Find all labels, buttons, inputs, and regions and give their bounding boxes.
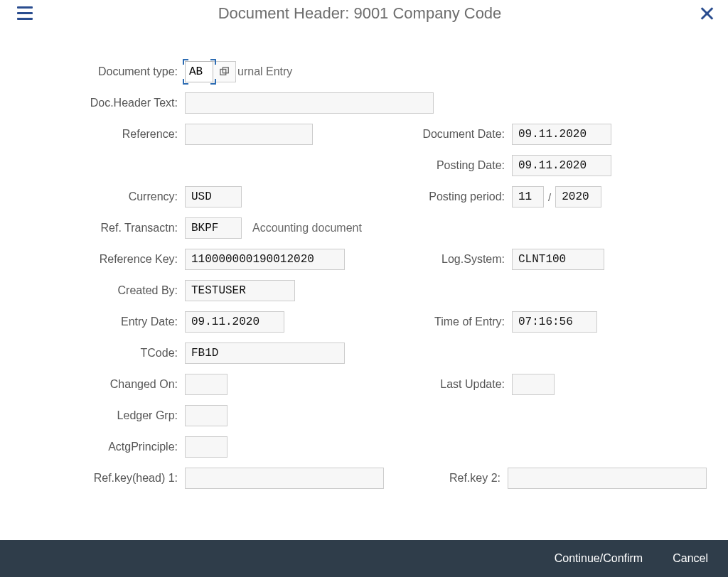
actg-principle-label: ActgPrinciple: [21,441,185,453]
time-of-entry-input[interactable] [512,311,597,333]
value-help-button[interactable] [213,61,236,82]
cancel-button[interactable]: Cancel [668,551,712,566]
form-area: Document type: urnal Entry Doc.Header Te… [0,33,728,513]
continue-confirm-button[interactable]: Continue/Confirm [550,551,648,566]
posting-date-input[interactable] [512,155,611,176]
period-separator: / [548,191,551,203]
doc-header-text-label: Doc.Header Text: [21,97,185,109]
posting-period-label: Posting period: [405,190,512,203]
tcode-input[interactable] [185,343,345,364]
ref-key-head-1-input[interactable] [185,468,384,489]
entry-date-label: Entry Date: [21,316,185,328]
document-type-label: Document type: [21,65,185,78]
tcode-label: TCode: [21,347,185,360]
ref-key-2-label: Ref.key 2: [401,472,508,485]
ref-key-head-1-label: Ref.key(head) 1: [21,472,185,485]
reference-key-label: Reference Key: [21,253,185,266]
ref-transactn-desc: Accounting document [252,222,362,234]
last-update-label: Last Update: [405,378,512,391]
ref-key-2-input[interactable] [508,468,707,489]
value-help-icon [220,67,230,77]
posting-period-year-input[interactable] [555,186,601,207]
entry-date-input[interactable] [185,311,284,333]
dialog-footer: Continue/Confirm Cancel [0,540,728,577]
ledger-grp-input[interactable] [185,405,228,426]
log-system-label: Log.System: [405,253,512,266]
time-of-entry-label: Time of Entry: [405,316,512,328]
doc-header-text-input[interactable] [185,92,434,114]
dialog-title: Document Header: 9001 Company Code [20,4,700,23]
last-update-input[interactable] [512,374,555,395]
ledger-grp-label: Ledger Grp: [21,409,185,422]
document-type-input[interactable] [185,61,213,82]
reference-label: Reference: [21,128,185,141]
ref-transactn-input[interactable] [185,217,242,239]
created-by-label: Created By: [21,284,185,297]
currency-input[interactable] [185,186,242,207]
document-date-input[interactable] [512,124,611,145]
dialog-header: Document Header: 9001 Company Code [0,0,728,33]
document-type-desc: urnal Entry [237,65,292,78]
posting-period-month-input[interactable] [512,186,544,207]
log-system-input[interactable] [512,249,604,270]
changed-on-label: Changed On: [21,378,185,391]
reference-key-input[interactable] [185,249,345,270]
ref-transactn-label: Ref. Transactn: [21,222,185,234]
posting-date-label: Posting Date: [405,159,512,172]
created-by-input[interactable] [185,280,295,301]
actg-principle-input[interactable] [185,436,228,458]
changed-on-input[interactable] [185,374,228,395]
menu-icon[interactable] [17,5,34,22]
reference-input[interactable] [185,124,313,145]
currency-label: Currency: [21,190,185,203]
document-date-label: Document Date: [405,128,512,141]
close-icon[interactable] [700,6,714,21]
